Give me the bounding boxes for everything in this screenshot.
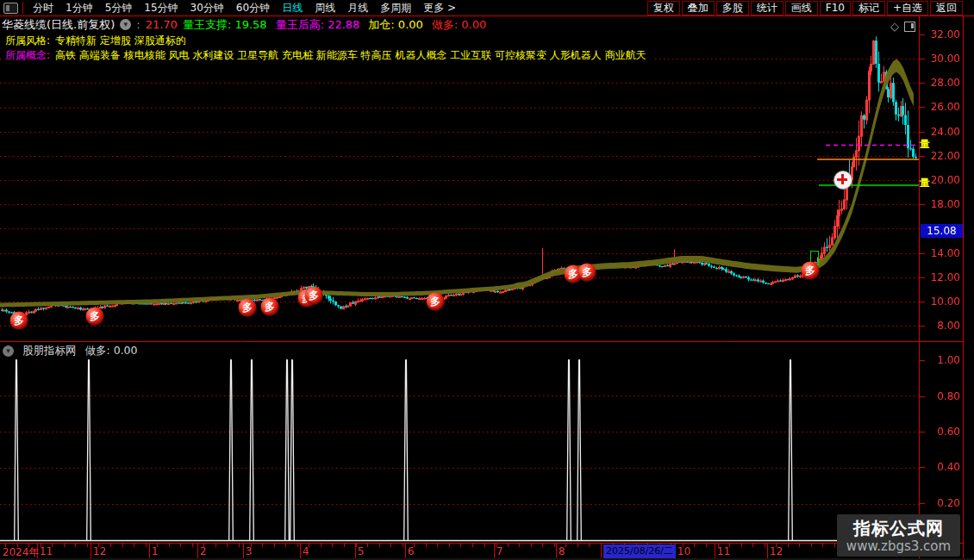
indicator-pair-2: 加仓: 0.00 xyxy=(368,17,422,33)
stock-name: 华菱线缆(日线.前复权) xyxy=(2,17,115,33)
sub-panel-signal-value: 做多: 0.00 xyxy=(85,344,138,358)
period-tab-2[interactable]: 5分钟 xyxy=(99,0,139,16)
selected-date-tag: 2025/08/26/二 xyxy=(603,544,676,558)
title-bar: 华菱线缆(日线.前复权) ▾ : 21.70 量王支撑: 19.58量王后高: … xyxy=(2,17,491,32)
indicator-axis-label: 0.20 xyxy=(924,497,960,509)
date-axis-label: 12 xyxy=(770,545,783,557)
toolbar-button-8[interactable]: 返回 xyxy=(930,1,963,16)
date-axis-label: 11 xyxy=(717,545,730,557)
indicator-pair-3: 做多: 0.00 xyxy=(432,17,486,33)
indicator-axis-label: 0.80 xyxy=(924,390,960,402)
price-axis-label: 26.00 xyxy=(924,101,960,113)
watermark-line2: www.zbgs3.com xyxy=(846,538,951,554)
date-axis-label: 8 xyxy=(559,545,565,557)
price-axis-label: 22.00 xyxy=(924,150,960,162)
date-axis-label: 3 xyxy=(246,545,253,557)
period-tab-10[interactable]: 更多 > xyxy=(417,0,462,16)
indicator-axis-label: 0.60 xyxy=(924,426,960,438)
toolbar-button-6[interactable]: 标记 xyxy=(852,1,885,16)
toolbar-button-4[interactable]: 画线 xyxy=(785,1,818,16)
watermark-line1: 指标公式网 xyxy=(853,518,944,538)
period-tab-4[interactable]: 30分钟 xyxy=(184,0,230,16)
price-axis-label: 24.00 xyxy=(924,126,960,138)
period-tab-9[interactable]: 多周期 xyxy=(374,0,417,16)
date-axis-label: 5 xyxy=(358,545,365,557)
style-row: 所属风格: 专精特新 定增股 深股通标的 xyxy=(2,34,193,47)
date-axis-label: 2 xyxy=(200,545,207,557)
toolbar-button-2[interactable]: 多股 xyxy=(716,1,749,16)
indicator-values: 量王支撑: 19.58量王后高: 22.88加仓: 0.00做多: 0.00 xyxy=(183,17,486,33)
date-axis-label: 4 xyxy=(303,545,309,557)
date-axis-label: 10 xyxy=(677,545,690,557)
price-axis-label: 28.00 xyxy=(924,77,960,89)
indicator-pair-1: 量王后高: 22.88 xyxy=(276,17,360,33)
level-line-label: 量 xyxy=(920,176,930,190)
toolbar-separator xyxy=(22,2,23,14)
level-line-label: 量 xyxy=(920,137,930,152)
sub-panel-title: 股朋指标网 xyxy=(22,344,77,358)
period-menu: 分时1分钟5分钟15分钟30分钟60分钟日线周线月线多周期更多 > xyxy=(27,0,462,16)
date-axis-label: 6 xyxy=(408,545,415,557)
sub-panel-header: ▾ 股朋指标网 做多: 0.00 xyxy=(3,344,143,358)
period-tab-8[interactable]: 月线 xyxy=(341,0,374,16)
watermark: 指标公式网 www.zbgs3.com xyxy=(837,514,960,557)
date-axis-label: 2024年 xyxy=(3,545,40,560)
buy-signal-marker: 多 xyxy=(305,287,323,305)
diamond-icon[interactable]: ◇ xyxy=(890,20,899,33)
current-price-tag: 15.08 xyxy=(921,224,963,238)
toolbar-button-7[interactable]: +自选 xyxy=(887,1,928,16)
price-colon: : xyxy=(136,18,140,31)
period-tab-3[interactable]: 15分钟 xyxy=(138,0,184,16)
toolbar-button-1[interactable]: 叠加 xyxy=(682,1,715,16)
toolbar-button-5[interactable]: F10 xyxy=(820,1,851,16)
date-axis-label: 1 xyxy=(152,545,159,557)
add-position-marker xyxy=(834,171,852,190)
buy-signal-marker: 多 xyxy=(802,262,820,280)
indicator-axis-label: 1.00 xyxy=(924,354,960,366)
buy-signal-marker: 多 xyxy=(261,298,279,316)
top-toolbar: 分时1分钟5分钟15分钟30分钟60分钟日线周线月线多周期更多 > 复权叠加多股… xyxy=(0,0,974,16)
buy-signal-marker: 多 xyxy=(427,293,445,311)
period-tab-7[interactable]: 周线 xyxy=(309,0,341,16)
buy-signal-marker: 多 xyxy=(86,308,104,326)
price-axis-label: 12.00 xyxy=(924,271,960,283)
chevron-down-icon[interactable]: ▾ xyxy=(120,19,131,30)
price-axis-label: 8.00 xyxy=(924,320,960,332)
chevron-down-icon[interactable]: ▾ xyxy=(3,345,14,357)
price-axis-label: 10.00 xyxy=(924,296,960,308)
split-window-icon[interactable] xyxy=(904,22,915,32)
price-axis-label: 18.00 xyxy=(924,198,960,210)
price-axis-label: 32.00 xyxy=(924,28,960,40)
buy-signal-marker: 多 xyxy=(239,299,257,317)
indicator-pair-0: 量王支撑: 19.58 xyxy=(183,17,267,33)
concept-row-label: 所属概念: xyxy=(5,48,50,63)
current-price: 21.70 xyxy=(146,18,178,31)
period-tab-6[interactable]: 日线 xyxy=(276,0,309,16)
toolbar-button-0[interactable]: 复权 xyxy=(647,1,680,16)
buy-signal-marker: 多 xyxy=(10,312,28,330)
date-axis-label: 12 xyxy=(93,545,106,557)
indicator-axis-label: 0.40 xyxy=(924,461,960,473)
window-layout-icon[interactable] xyxy=(3,3,18,14)
style-row-label: 所属风格: xyxy=(5,34,50,48)
chart-corner-icons: ◇ xyxy=(890,20,915,33)
period-tab-0[interactable]: 分时 xyxy=(27,0,59,16)
style-row-items: 专精特新 定增股 深股通标的 xyxy=(55,34,186,48)
price-axis-label: 30.00 xyxy=(924,53,960,65)
period-tab-5[interactable]: 60分钟 xyxy=(230,0,276,16)
concept-row: 所属概念: 高铁 高端装备 核电核能 风电 水利建设 卫星导航 充电桩 新能源车… xyxy=(2,48,653,62)
chart-canvas[interactable] xyxy=(0,0,974,560)
date-axis-label: 11 xyxy=(40,545,53,557)
price-axis-label: 14.00 xyxy=(924,247,960,259)
concept-row-items: 高铁 高端装备 核电核能 风电 水利建设 卫星导航 充电桩 新能源车 特高压 机… xyxy=(55,48,646,63)
toolbar-button-3[interactable]: 统计 xyxy=(751,1,784,16)
toolbar-right-buttons: 复权叠加多股统计画线F10标记+自选返回 xyxy=(647,0,963,16)
trading-app-window: 分时1分钟5分钟15分钟30分钟60分钟日线周线月线多周期更多 > 复权叠加多股… xyxy=(0,0,974,560)
period-tab-1[interactable]: 1分钟 xyxy=(59,0,99,16)
date-axis-label: 7 xyxy=(496,545,503,557)
buy-signal-marker: 多 xyxy=(578,264,596,282)
